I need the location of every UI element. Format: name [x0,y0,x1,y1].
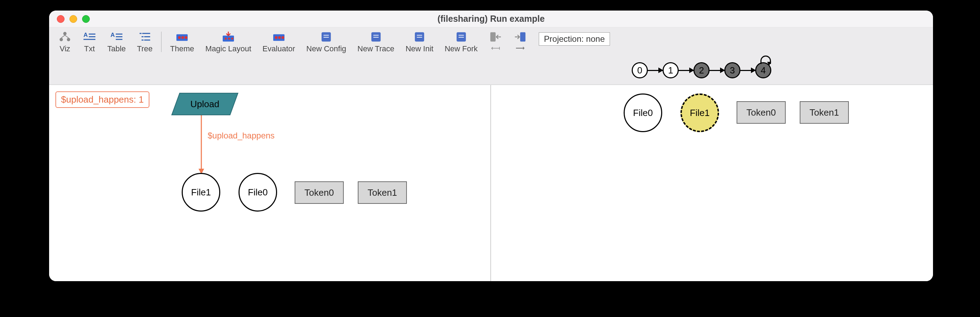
file1-node[interactable]: File1 [182,173,220,211]
new-fork-label: New Fork [445,44,478,53]
theme-button[interactable]: Theme [164,29,200,56]
app-window: (filesharing) Run example Viz A Txt A Ta… [49,11,933,281]
magic-layout-label: Magic Layout [205,44,251,53]
state-0[interactable]: 0 [632,62,648,78]
toolbar: Viz A Txt A Table Tree [49,27,933,85]
timeline-arrow-icon [679,70,694,71]
table-button[interactable]: A Table [102,29,132,56]
new-init-button[interactable]: New Init [400,29,439,56]
state-2[interactable]: 2 [694,62,710,78]
svg-rect-33 [417,35,422,35]
magic-layout-button[interactable]: Magic Layout [200,29,257,56]
svg-rect-8 [116,34,123,35]
svg-rect-14 [144,36,150,37]
svg-rect-35 [458,35,464,35]
svg-rect-34 [417,37,422,38]
table-label: Table [107,44,126,53]
table-icon: A [110,31,123,43]
text-icon: A [83,31,96,43]
svg-point-19 [181,36,184,39]
upload-node[interactable]: Upload [171,93,238,115]
txt-label: Txt [84,44,95,53]
evaluator-button[interactable]: Evaluator [257,29,301,56]
magic-layout-icon [222,31,235,43]
new-config-label: New Config [306,44,346,53]
svg-rect-9 [116,36,123,37]
svg-point-24 [231,38,233,40]
svg-point-2 [67,38,70,41]
scroll-icon [369,31,383,43]
timeline-arrow-icon [740,70,755,71]
edge-arrow-icon [196,115,210,175]
timeline-arrow-icon [648,70,663,71]
new-init-label: New Init [406,44,433,53]
titlebar: (filesharing) Run example [49,11,933,27]
file0-node[interactable]: File0 [624,93,662,132]
new-trace-button[interactable]: New Trace [352,29,400,56]
svg-rect-13 [142,36,143,37]
new-trace-label: New Trace [357,44,394,53]
svg-point-1 [60,38,63,41]
upload-happens-badge: $upload_happens: 1 [56,91,150,108]
next-button[interactable]: ⟶ [508,29,533,55]
svg-rect-36 [458,37,464,38]
svg-rect-5 [89,36,95,37]
prev-button[interactable]: ⟻ [483,29,508,55]
svg-point-18 [178,36,181,39]
svg-rect-12 [142,33,150,34]
state-1[interactable]: 1 [663,62,679,78]
state-timeline: 0 1 2 3 4 [52,56,929,84]
viz-icon [58,31,72,43]
svg-text:A: A [110,32,115,38]
viz-button[interactable]: Viz [52,29,77,56]
new-config-button[interactable]: New Config [301,29,352,56]
svg-point-26 [275,36,277,39]
prev-icon [489,31,502,43]
svg-rect-15 [142,40,143,41]
state-3[interactable]: 3 [724,62,740,78]
token0-node[interactable]: Token0 [294,181,344,204]
scroll-icon [413,31,426,43]
toolbar-separator [161,32,162,52]
scroll-icon [455,31,468,43]
state-4[interactable]: 4 [755,62,771,78]
txt-button[interactable]: A Txt [77,29,102,56]
new-fork-button[interactable]: New Fork [439,29,483,56]
timeline-arrow-icon [710,70,724,71]
file1-node-highlighted[interactable]: File1 [681,93,719,132]
svg-point-22 [225,38,227,40]
window-title: (filesharing) Run example [49,14,933,24]
theme-label: Theme [170,44,194,53]
tree-icon [138,31,151,43]
svg-point-23 [228,38,230,40]
projection-label: Projection: none [544,34,605,44]
token1-node[interactable]: Token1 [358,181,407,204]
svg-text:A: A [83,32,88,38]
svg-rect-4 [89,34,95,35]
evaluator-icon [272,31,285,43]
svg-rect-6 [83,39,95,40]
svg-rect-30 [324,37,329,38]
svg-point-28 [281,36,284,39]
token0-node[interactable]: Token0 [737,101,786,124]
scroll-icon [320,31,333,43]
edge-label: $upload_happens [208,131,275,141]
next-icon [514,31,527,43]
file0-node[interactable]: File0 [239,173,277,211]
svg-rect-16 [144,40,150,41]
projection-selector[interactable]: Projection: none [539,32,610,46]
svg-rect-29 [324,35,329,35]
theme-icon [175,31,189,43]
token1-node[interactable]: Token1 [800,101,849,124]
right-pane[interactable]: File0 File1 Token0 Token1 [491,85,933,281]
canvas-area: $upload_happens: 1 Upload $upload_happen… [49,85,933,281]
svg-rect-32 [373,37,379,38]
svg-rect-11 [140,33,142,34]
tree-button[interactable]: Tree [132,29,158,56]
svg-rect-10 [116,39,123,40]
tree-label: Tree [137,44,153,53]
viz-label: Viz [60,44,70,53]
loop-icon [760,56,771,64]
left-pane[interactable]: $upload_happens: 1 Upload $upload_happen… [49,85,491,281]
svg-point-20 [185,36,188,39]
